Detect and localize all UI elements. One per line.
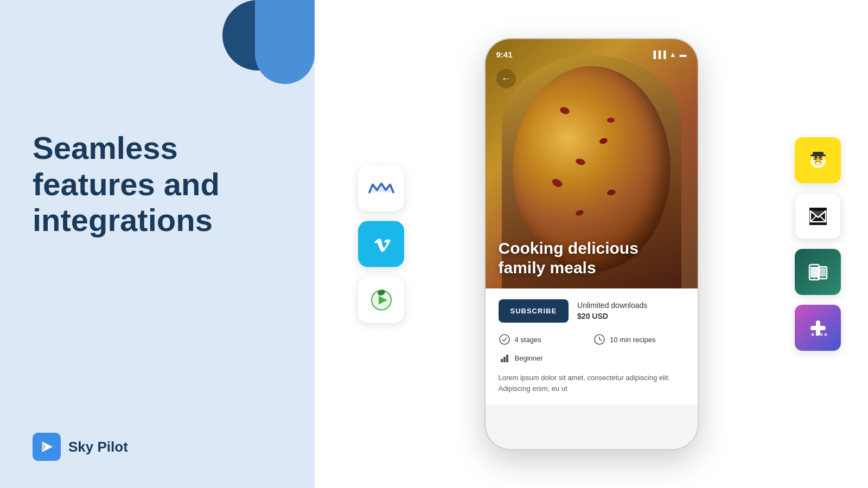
status-time: 9:41 xyxy=(496,50,513,59)
phone-screens-logo xyxy=(805,259,831,285)
svg-point-38 xyxy=(811,333,814,336)
status-bar: 9:41 ▐▐▐ ▲ ▬ xyxy=(486,39,698,63)
svg-point-39 xyxy=(815,333,818,336)
phone-content: SUBSCRIBE Unlimited downloads $20 USD 4 … xyxy=(486,288,698,404)
logo-icon xyxy=(33,433,61,461)
hero-title: Cooking delicious family meals xyxy=(499,239,685,278)
check-circle-icon xyxy=(499,333,510,345)
svg-point-19 xyxy=(815,156,817,158)
beginner-icon xyxy=(499,352,510,364)
lorem-text: Lorem ipsum dolor sit amet, consectetur … xyxy=(499,373,685,394)
main-heading: Seamless features and integrations xyxy=(33,130,282,239)
status-icons: ▐▐▐ ▲ ▬ xyxy=(651,50,687,59)
svg-point-41 xyxy=(824,333,827,336)
level-label: Beginner xyxy=(515,354,543,362)
features-grid: 4 stages 10 min recipes Beginner xyxy=(499,333,685,364)
subscribe-row: SUBSCRIBE Unlimited downloads $20 USD xyxy=(499,299,685,323)
left-panel: Seamless features and integrations Sky P… xyxy=(0,0,315,488)
back-button[interactable]: ← xyxy=(496,69,516,88)
svg-point-22 xyxy=(816,162,820,164)
sprout-video-icon xyxy=(358,277,404,323)
price-line2: $20 USD xyxy=(577,311,647,322)
wistia-logo xyxy=(367,180,395,196)
svg-point-7 xyxy=(500,335,509,344)
svg-rect-37 xyxy=(810,326,826,330)
battery-icon: ▬ xyxy=(680,50,687,59)
svg-rect-31 xyxy=(810,267,818,278)
svg-point-25 xyxy=(815,158,816,159)
campaign-monitor-logo xyxy=(806,204,830,228)
svg-point-20 xyxy=(819,156,821,158)
circle-blue xyxy=(255,0,315,84)
svg-rect-13 xyxy=(506,355,508,362)
logo-area: Sky Pilot xyxy=(33,433,282,461)
phone-mockup: 9:41 ▐▐▐ ▲ ▬ ← xyxy=(484,38,699,450)
svg-rect-34 xyxy=(819,268,826,277)
sprout-logo xyxy=(368,287,394,313)
wistia-icon xyxy=(358,165,404,211)
subscribe-button[interactable]: SUBSCRIBE xyxy=(499,299,569,323)
svg-point-32 xyxy=(813,278,815,279)
recipes-label: 10 min recipes xyxy=(610,336,656,344)
svg-rect-24 xyxy=(810,155,826,156)
svg-point-35 xyxy=(821,277,823,279)
vimeo-logo xyxy=(368,233,395,255)
hero-overlay: Cooking delicious family meals xyxy=(499,239,685,278)
svg-rect-12 xyxy=(503,357,506,362)
stages-label: 4 stages xyxy=(515,336,541,344)
feature-stages: 4 stages xyxy=(499,333,590,345)
hero-image: ← Cooking delicious family meals xyxy=(486,39,698,288)
clock-icon xyxy=(593,333,605,345)
logo-svg xyxy=(39,439,55,455)
feature-recipes: 10 min recipes xyxy=(593,333,685,345)
price-info: Unlimited downloads $20 USD xyxy=(577,300,647,322)
signal-icon: ▐▐▐ xyxy=(651,50,666,59)
svg-line-10 xyxy=(599,339,602,341)
svg-point-40 xyxy=(820,333,822,336)
logo-text: Sky Pilot xyxy=(68,439,128,455)
wifi-icon: ▲ xyxy=(669,50,676,59)
vimeo-icon xyxy=(358,221,404,267)
integration-col-left xyxy=(358,165,404,323)
campaign-monitor-icon xyxy=(795,193,841,239)
svg-rect-11 xyxy=(501,359,503,362)
plus-grid-icon xyxy=(795,305,841,351)
phone-screens-icon xyxy=(795,249,841,295)
integration-col-right xyxy=(795,137,841,351)
decoration-circles xyxy=(206,0,315,92)
heading-area: Seamless features and integrations xyxy=(33,130,282,239)
mailchimp-icon xyxy=(795,137,841,183)
plus-grid-logo xyxy=(805,315,831,341)
feature-level: Beginner xyxy=(499,352,590,364)
mailchimp-logo xyxy=(804,146,832,175)
price-line1: Unlimited downloads xyxy=(577,300,647,311)
right-panel: 9:41 ▐▐▐ ▲ ▬ ← xyxy=(315,0,868,488)
